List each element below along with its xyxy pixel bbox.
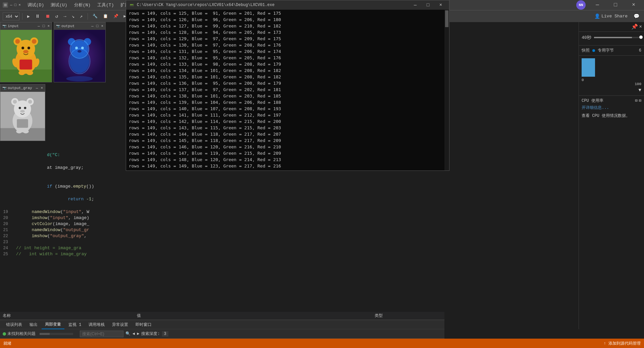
continue-button[interactable]: ▶ [25, 13, 32, 20]
img-win-minimize-3[interactable]: — [36, 86, 38, 90]
img-win-close-1[interactable]: × [47, 24, 50, 28]
cpu-label: CPU 使用率 [582, 98, 603, 103]
console-scroll-thumb[interactable] [445, 10, 448, 27]
step-out[interactable]: ↗ [78, 13, 85, 20]
scale-100-row: 100 [582, 82, 641, 86]
img-win-minimize-2[interactable]: — [91, 24, 94, 28]
image-content-1 [0, 30, 52, 82]
console-window: 📟 C:\Users\CK Yang\source\repos\LXCV01\x… [126, 0, 449, 171]
close-right-panel[interactable]: × [639, 24, 642, 29]
img-win-close-3[interactable]: × [41, 86, 43, 90]
code-line-19: 19 namedWindow ( "input" , W [0, 209, 126, 215]
console-line: rows = 149, cols = 139, Blue = 104, Gree… [129, 99, 446, 106]
status-debug-mode[interactable]: 就绪 [0, 339, 15, 348]
image-window-output[interactable]: 📷 output — □ × [54, 22, 106, 82]
code-line-20b: 20 cvtColor (image, image_ [0, 221, 126, 227]
pause-btn[interactable]: ⏸ [33, 13, 42, 20]
image-window-gray[interactable]: 📷 output_gray — × [0, 84, 45, 141]
console-maximize-btn[interactable]: □ [423, 1, 433, 9]
svg-rect-11 [19, 60, 32, 70]
restart-btn[interactable]: ↺ [53, 13, 60, 20]
svg-point-9 [28, 47, 30, 49]
tab-watch[interactable]: 监视 1 [65, 321, 85, 329]
img-title-2: output [61, 24, 75, 28]
image-window-input[interactable]: 📷 input — □ × [0, 22, 52, 82]
right-panel-header: 📌 × [579, 22, 644, 32]
tab-errors[interactable]: 错误列表 [3, 321, 25, 329]
svg-point-34 [28, 100, 32, 104]
feedback-button[interactable]: 💬 [632, 13, 641, 20]
tab-output[interactable]: 输出 [26, 321, 41, 329]
maximize-button[interactable]: □ [608, 0, 623, 10]
timer-fill [594, 37, 632, 38]
toolbar-icon-1[interactable]: 🔧 [91, 13, 100, 19]
console-line: rows = 149, cols = 133, Blue = 98, Green… [129, 61, 446, 67]
timer-slider[interactable] [594, 37, 641, 38]
console-line: rows = 149, cols = 140, Blue = 107, Gree… [129, 106, 446, 112]
toolbar-separator-1 [22, 13, 22, 20]
console-title-text: C:\Users\CK Yang\source\repos\LXCV01\x64… [137, 3, 408, 7]
stop-btn[interactable]: ⏹ [43, 13, 52, 20]
locals-search-group: 🔍 ◄ ► 搜索深度: 3 [80, 331, 168, 337]
scrollbar-thumb-h [40, 333, 50, 335]
console-output[interactable]: rows = 149, cols = 121, Blue = 92, Green… [126, 10, 449, 170]
img-win-minimize-1[interactable]: — [38, 24, 40, 28]
chevron-down-icon[interactable]: ▼ [639, 87, 641, 93]
live-share-button[interactable]: 👤 Live Share [592, 13, 630, 20]
locals-col-headers: 名称 值 类型 [0, 312, 444, 320]
locals-search-input[interactable] [80, 331, 123, 337]
code-line-if2: if (image. empty ()) [47, 184, 126, 190]
svg-rect-38 [17, 119, 28, 128]
console-close-btn[interactable]: × [436, 1, 446, 9]
toolbar-icon-3[interactable]: 📌 [111, 13, 120, 19]
gray-pooh-image [0, 92, 45, 141]
step-over[interactable]: → [61, 13, 68, 20]
editor-scrollbar-h[interactable] [40, 333, 73, 335]
menu-analyze[interactable]: 分析(N) [71, 1, 93, 9]
img-win-maximize-1[interactable]: □ [43, 24, 45, 28]
menu-test[interactable]: 测试(U) [48, 1, 70, 9]
menu-tools[interactable]: 工具(T) [95, 1, 116, 9]
step-into[interactable]: ↘ [70, 13, 76, 20]
menu-debug[interactable]: 调试(D) [25, 1, 47, 9]
pin-icon[interactable]: 📌 [631, 23, 638, 30]
status-add-source[interactable]: ↑ 添加到源代码管理 [600, 339, 644, 348]
console-scrollbar[interactable] [444, 10, 449, 170]
timer-label: 40秒 [582, 34, 591, 41]
tab-immediate[interactable]: 即时窗口 [132, 321, 155, 329]
live-share-label: Live Share [601, 14, 628, 19]
tab-exceptions[interactable]: 异常设置 [109, 321, 131, 329]
cpu-label-row: CPU 使用率 ⊟ ⊟ [582, 98, 641, 103]
platform-select[interactable]: x64 [3, 12, 19, 20]
console-line: rows = 149, cols = 138, Blue = 101, Gree… [129, 93, 446, 99]
filter-icon-1[interactable]: ⊟ [635, 98, 638, 103]
code-line-return: return -1 ; [47, 196, 126, 202]
depth-label: 搜索深度: [141, 331, 160, 337]
user-avatar[interactable]: NN [576, 0, 586, 10]
image-content-2 [54, 30, 105, 82]
minimize-button[interactable]: — [590, 0, 605, 10]
toolbar-icon-2[interactable]: 📋 [101, 13, 110, 19]
svg-point-33 [13, 100, 17, 104]
console-line: rows = 149, cols = 141, Blue = 111, Gree… [129, 112, 446, 118]
nav-prev[interactable]: ◄ [132, 332, 135, 336]
right-panel: 📌 × 40秒 快照 专用字节 6 0 100 ▼ [579, 22, 644, 329]
code-line-indent: d("C: [47, 152, 126, 158]
svg-point-8 [21, 47, 24, 49]
filter-icon-2[interactable]: ⊟ [639, 98, 641, 103]
numbered-code: 19 namedWindow ( "input" , W 20 imshow (… [0, 209, 126, 257]
nav-next[interactable]: ► [137, 332, 139, 336]
img-win-maximize-2[interactable]: □ [96, 24, 99, 28]
tab-locals[interactable]: 局部变量 [42, 320, 64, 329]
img-title-3: output_gray [8, 86, 32, 90]
pooh-color-image [0, 30, 52, 82]
tab-callstack[interactable]: 调用堆栈 [85, 321, 108, 329]
img-win-close-2[interactable]: × [101, 24, 103, 28]
blue-figure-image [54, 30, 105, 82]
code-line-21: 21 namedWindow ( "output_gr [0, 227, 126, 233]
console-minimize-btn[interactable]: — [410, 1, 420, 9]
details-link[interactable]: 开详细信息... [582, 105, 641, 111]
close-button[interactable]: × [626, 0, 641, 10]
svg-point-35 [19, 107, 21, 109]
status-bar: 就绪 ↑ 添加到源代码管理 [0, 339, 644, 348]
